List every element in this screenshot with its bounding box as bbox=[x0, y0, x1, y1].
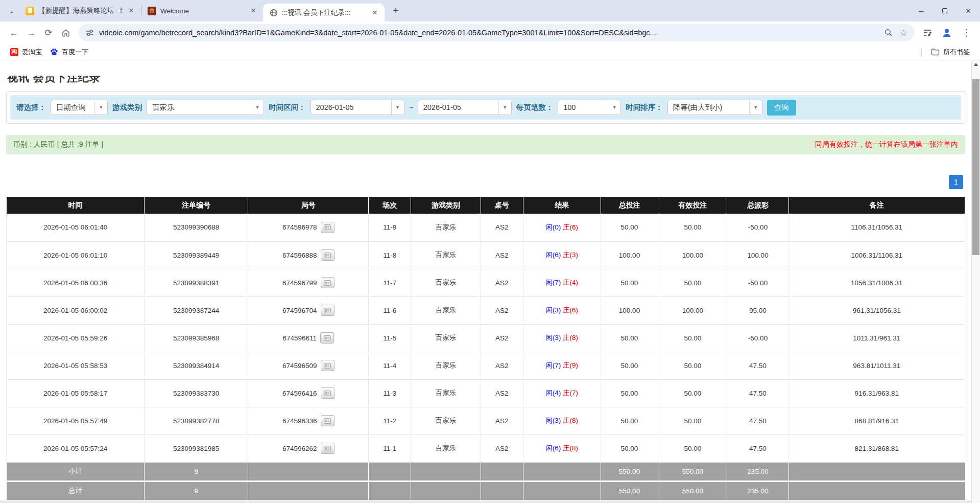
game-kind-select[interactable]: 百家乐 ▼ bbox=[147, 100, 264, 115]
forward-icon[interactable]: → bbox=[22, 24, 40, 41]
minimize-button[interactable]: ─ bbox=[910, 0, 933, 21]
chevron-down-icon[interactable]: ▼ bbox=[251, 100, 264, 115]
subtotal-payout: 235.00 bbox=[727, 462, 788, 481]
column-header[interactable]: 时间 bbox=[7, 197, 145, 214]
browser-menu-icon[interactable]: ⋮ bbox=[958, 24, 975, 41]
round-detail-button[interactable] bbox=[321, 415, 334, 426]
column-header[interactable]: 备注 bbox=[788, 197, 965, 214]
cell-total-bet[interactable]: 50.00 bbox=[601, 352, 658, 379]
close-window-button[interactable]: ✕ bbox=[957, 0, 980, 21]
cell-valid-bet: 50.00 bbox=[658, 214, 727, 241]
round-detail-button[interactable] bbox=[321, 222, 334, 233]
baidu-paw-icon bbox=[50, 48, 58, 56]
folder-icon bbox=[931, 48, 940, 56]
cell-total-bet[interactable]: 50.00 bbox=[601, 407, 658, 435]
web-page: 视讯 会员下注纪录 请选择： 日期查询 ▼ 游戏类别 百家乐 ▼ 时间区间： 2… bbox=[0, 60, 971, 503]
zoom-icon[interactable] bbox=[885, 29, 893, 37]
round-detail-button[interactable] bbox=[321, 443, 334, 454]
query-type-select[interactable]: 日期查询 ▼ bbox=[51, 100, 108, 115]
cell-total-bet[interactable]: 50.00 bbox=[601, 214, 658, 241]
site-settings-icon[interactable] bbox=[86, 29, 94, 37]
sort-select[interactable]: 降幂(由大到小) ▼ bbox=[667, 100, 762, 115]
round-detail-button[interactable] bbox=[321, 277, 334, 288]
scrollbar-thumb[interactable] bbox=[972, 79, 979, 255]
filter-panel: 请选择： 日期查询 ▼ 游戏类别 百家乐 ▼ 时间区间： 2026-01-05 … bbox=[6, 91, 965, 124]
cell-round: 674596978 bbox=[248, 214, 369, 241]
tab-welcome[interactable]: Welcome ✕ bbox=[141, 0, 263, 21]
column-header[interactable]: 有效投注 bbox=[658, 197, 727, 214]
round-detail-button[interactable] bbox=[321, 249, 334, 261]
round-detail-button[interactable] bbox=[321, 360, 334, 371]
column-header[interactable]: 结果 bbox=[523, 197, 601, 214]
round-detail-button[interactable] bbox=[321, 305, 334, 316]
column-header[interactable]: 注单编号 bbox=[145, 197, 248, 214]
cell-result: 闲(7) 庄(9) bbox=[523, 352, 601, 379]
cell-total-bet[interactable]: 50.00 bbox=[601, 379, 658, 407]
bookmark-baidu[interactable]: 百度一下 bbox=[46, 46, 92, 58]
table-row: 2026-01-05 06:00:36 523099388391 6745967… bbox=[7, 269, 965, 296]
tab-close-icon[interactable]: ✕ bbox=[249, 6, 258, 15]
tab-title: 【新提醒】海燕策略论坛 - 综合 bbox=[38, 6, 123, 15]
home-icon[interactable] bbox=[57, 24, 75, 41]
cell-total-bet[interactable]: 50.00 bbox=[601, 435, 658, 462]
back-icon[interactable]: ← bbox=[5, 24, 22, 41]
cell-result: 闲(3) 庄(8) bbox=[523, 324, 601, 352]
profile-avatar[interactable] bbox=[938, 24, 955, 41]
cell-payout: 47.50 bbox=[727, 435, 788, 462]
chevron-down-icon[interactable]: ▼ bbox=[498, 100, 511, 115]
bookmark-taobao[interactable]: 淘 爱淘宝 bbox=[6, 46, 46, 58]
address-bar[interactable]: videoie.com/game/betrecord_search/kind3?… bbox=[79, 24, 915, 41]
column-header[interactable]: 局号 bbox=[248, 197, 369, 214]
chevron-down-icon[interactable]: ▼ bbox=[391, 100, 404, 115]
cell-total-bet[interactable]: 50.00 bbox=[601, 269, 658, 296]
chevron-down-icon[interactable]: ▼ bbox=[94, 100, 107, 115]
date-end-select[interactable]: 2026-01-05 ▼ bbox=[418, 100, 512, 115]
search-button[interactable]: 查询 bbox=[767, 100, 796, 116]
tab-close-icon[interactable]: ✕ bbox=[127, 6, 136, 15]
round-number: 674596888 bbox=[282, 252, 317, 259]
cell-round: 674596336 bbox=[248, 407, 369, 435]
chevron-down-icon[interactable]: ▼ bbox=[608, 100, 620, 115]
tab-bet-record-active[interactable]: :::视讯 会员下注纪录::: ✕ bbox=[263, 4, 385, 21]
result-banker: 庄(8) bbox=[563, 417, 578, 424]
column-header[interactable]: 游戏类别 bbox=[411, 197, 481, 214]
tab-forum[interactable]: 【新提醒】海燕策略论坛 - 综合 ✕ bbox=[19, 0, 141, 21]
page-title-clip: 视讯 会员下注纪录 bbox=[7, 76, 964, 84]
chevron-down-icon[interactable]: ▼ bbox=[749, 100, 762, 115]
new-tab-button[interactable]: + bbox=[389, 4, 403, 18]
cell-total-bet[interactable]: 100.00 bbox=[601, 241, 658, 269]
cell-total-bet[interactable]: 50.00 bbox=[601, 324, 658, 352]
scrollbar-up-arrow-icon[interactable] bbox=[972, 60, 980, 68]
subtotal-count: 9 bbox=[145, 462, 248, 481]
media-controls-icon[interactable] bbox=[919, 24, 936, 41]
date-start-select[interactable]: 2026-01-05 ▼ bbox=[310, 100, 404, 115]
result-banker: 庄(6) bbox=[563, 306, 578, 314]
round-detail-button[interactable] bbox=[321, 387, 334, 399]
bookmark-star-icon[interactable]: ☆ bbox=[900, 28, 907, 38]
column-header[interactable]: 桌号 bbox=[481, 197, 523, 214]
round-replay-icon bbox=[324, 363, 331, 369]
column-header[interactable]: 总投注 bbox=[601, 197, 658, 214]
tab-search-icon[interactable]: ⌄ bbox=[4, 3, 19, 18]
column-header[interactable]: 总派彩 bbox=[727, 197, 788, 214]
cell-table-no: AS2 bbox=[481, 296, 523, 324]
summary-bar: 币别 : 人民币 | 总共 :9 注单 | 同局有效投注，统一计算在该局第一张注… bbox=[6, 135, 965, 154]
all-bookmarks-button[interactable]: 所有书签 bbox=[927, 46, 974, 58]
cell-payout: 47.50 bbox=[727, 407, 788, 435]
round-detail-button[interactable] bbox=[320, 332, 334, 344]
cell-game-kind: 百家乐 bbox=[411, 407, 481, 435]
tab-close-icon[interactable]: ✕ bbox=[370, 8, 379, 17]
maximize-button[interactable] bbox=[933, 0, 957, 21]
cell-game-kind: 百家乐 bbox=[411, 324, 481, 352]
total-label: 总计 bbox=[7, 481, 145, 500]
page-number-button[interactable]: 1 bbox=[949, 175, 963, 189]
cell-table-no: AS2 bbox=[481, 241, 523, 269]
cell-bet-id: 523099389449 bbox=[145, 241, 248, 269]
column-header[interactable]: 场次 bbox=[369, 197, 411, 214]
vertical-scrollbar[interactable] bbox=[971, 60, 980, 503]
reload-icon[interactable]: ⟳ bbox=[40, 24, 57, 41]
cell-session: 11-9 bbox=[369, 214, 411, 241]
url-text[interactable]: videoie.com/game/betrecord_search/kind3?… bbox=[99, 29, 877, 37]
per-page-select[interactable]: 100 ▼ bbox=[558, 100, 621, 115]
cell-total-bet[interactable]: 100.00 bbox=[601, 296, 658, 324]
